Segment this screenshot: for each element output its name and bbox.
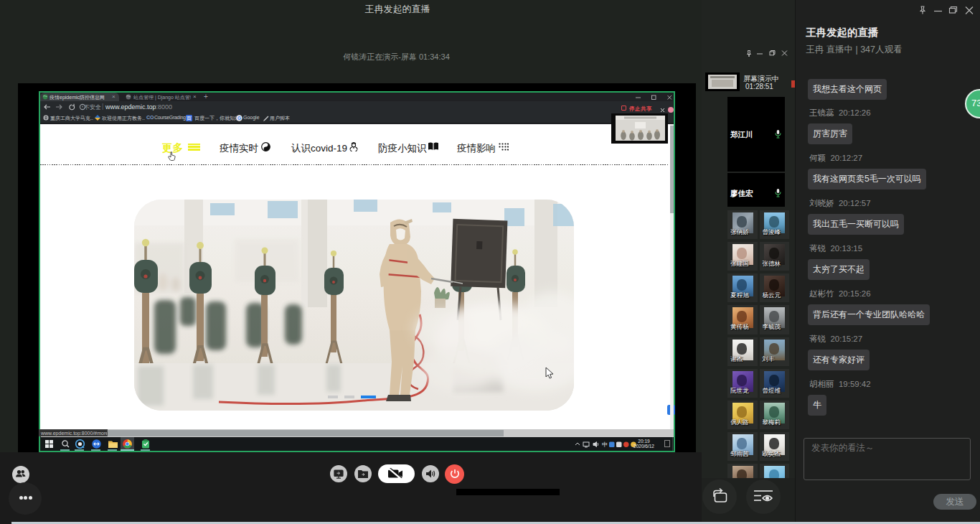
- svg-text:G: G: [237, 115, 241, 120]
- svg-text:中: 中: [602, 441, 608, 448]
